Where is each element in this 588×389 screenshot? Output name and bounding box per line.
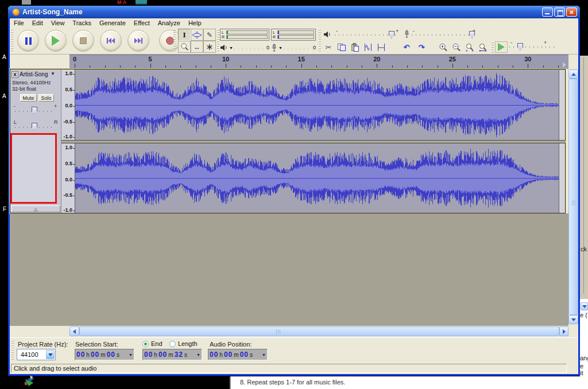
title-bar[interactable]: Artist-Song_Name ✕ bbox=[8, 6, 580, 18]
solo-button[interactable]: Solo bbox=[38, 94, 54, 102]
track-control-panel[interactable]: X Artist-Song ▼ Stereo, 44100Hz 32-bit f… bbox=[10, 69, 61, 213]
waveform-channel-left[interactable] bbox=[75, 70, 559, 140]
vertical-scrollbar[interactable] bbox=[568, 69, 578, 324]
ruler-end-indicator bbox=[563, 62, 566, 68]
dropdown-arrow-icon[interactable]: ▼ bbox=[278, 46, 283, 50]
skip-start-icon bbox=[106, 37, 115, 44]
audio-position-field[interactable]: 00h00m00s ▼ bbox=[208, 349, 268, 360]
pan-slider-thumb[interactable] bbox=[32, 123, 37, 130]
combo-arrow-icon[interactable] bbox=[46, 350, 55, 359]
copy-button[interactable] bbox=[335, 41, 348, 53]
selection-start-field[interactable]: 00h00m00s ▼ bbox=[75, 349, 134, 360]
menu-view[interactable]: View bbox=[47, 19, 69, 27]
mute-button[interactable]: Mute bbox=[20, 94, 37, 102]
output-volume-plus-label: + bbox=[396, 29, 399, 34]
output-volume-slider-thumb[interactable] bbox=[389, 31, 394, 38]
input-volume-slider-thumb[interactable] bbox=[469, 31, 475, 38]
scale-label: 0.5 bbox=[61, 161, 72, 166]
play-button[interactable] bbox=[45, 30, 67, 52]
selection-end-field[interactable]: 00h00m32s ▼ bbox=[142, 349, 202, 360]
dropdown-arrow-icon[interactable]: ▼ bbox=[129, 353, 133, 357]
horizontal-scrollbar-thumb[interactable] bbox=[79, 326, 559, 336]
silence-audio-button[interactable] bbox=[375, 41, 388, 53]
after-clip-area[interactable] bbox=[559, 143, 565, 213]
scroll-up-button[interactable] bbox=[568, 69, 578, 79]
copy-icon bbox=[337, 43, 346, 52]
length-radio-row[interactable]: Length bbox=[169, 340, 198, 347]
menu-effect[interactable]: Effect bbox=[130, 19, 154, 27]
track-collapse-button[interactable]: △ bbox=[11, 205, 60, 212]
after-clip-area[interactable] bbox=[559, 70, 565, 140]
audio-position-label: Audio Position: bbox=[210, 341, 252, 348]
menu-tracks[interactable]: Tracks bbox=[68, 19, 95, 27]
track-menu-arrow-icon[interactable]: ▼ bbox=[51, 71, 55, 76]
toolbar-grip[interactable] bbox=[492, 42, 494, 53]
left-fragment-letter: A bbox=[2, 93, 6, 99]
draw-tool-button[interactable]: ✎ bbox=[203, 29, 216, 41]
scroll-down-button[interactable] bbox=[568, 315, 578, 324]
toolbar-grip[interactable] bbox=[319, 29, 321, 52]
gain-slider-thumb[interactable] bbox=[32, 107, 37, 114]
zoom-out-button[interactable] bbox=[450, 41, 463, 53]
toolbar-grip[interactable] bbox=[217, 29, 219, 52]
redo-button[interactable]: ↷ bbox=[415, 41, 428, 53]
scroll-right-button[interactable] bbox=[559, 326, 568, 336]
dropdown-arrow-icon[interactable]: ▼ bbox=[262, 353, 266, 357]
dropdown-arrow-icon[interactable]: ▼ bbox=[196, 353, 200, 357]
pause-button[interactable] bbox=[17, 30, 39, 52]
playback-speed-slider[interactable] bbox=[509, 46, 555, 48]
end-radio[interactable] bbox=[142, 341, 149, 347]
menu-help[interactable]: Help bbox=[184, 19, 206, 27]
input-volume-slider[interactable] bbox=[412, 34, 476, 36]
fit-project-button[interactable] bbox=[477, 41, 489, 53]
fit-selection-button[interactable] bbox=[463, 41, 476, 53]
recording-meter[interactable]: L R bbox=[271, 29, 316, 41]
minimize-button[interactable] bbox=[542, 7, 553, 17]
play-at-speed-button[interactable] bbox=[495, 41, 508, 53]
playback-meter[interactable]: L R bbox=[220, 29, 269, 41]
skip-to-end-button[interactable] bbox=[127, 30, 149, 52]
close-button[interactable]: ✕ bbox=[566, 7, 577, 17]
project-rate-select[interactable]: 44100 bbox=[17, 349, 56, 360]
toolbar-grip[interactable] bbox=[173, 29, 176, 52]
skip-to-start-button[interactable] bbox=[100, 30, 122, 52]
waveform-channel-right[interactable] bbox=[75, 143, 559, 213]
ruler-tick bbox=[286, 65, 287, 68]
timeline-ruler[interactable]: 051015202530 bbox=[69, 55, 568, 69]
zoom-tool-button[interactable] bbox=[178, 41, 191, 53]
scroll-left-button[interactable] bbox=[69, 326, 79, 336]
toolbar-grip[interactable] bbox=[11, 29, 13, 52]
cut-button[interactable]: ✂ bbox=[322, 41, 335, 53]
maximize-button[interactable] bbox=[554, 7, 565, 17]
redo-icon: ↷ bbox=[419, 44, 425, 51]
menu-analyze[interactable]: Analyze bbox=[154, 19, 184, 27]
menu-edit[interactable]: Edit bbox=[28, 19, 47, 27]
track-name[interactable]: Artist-Song bbox=[20, 71, 48, 77]
menu-generate[interactable]: Generate bbox=[95, 19, 130, 27]
multi-tool-button[interactable]: ∗ bbox=[203, 41, 216, 53]
menu-file[interactable]: File bbox=[10, 19, 28, 27]
status-text: Click and drag to select audio bbox=[14, 365, 96, 372]
ruler-tick bbox=[528, 64, 528, 68]
track-area-background[interactable] bbox=[10, 213, 568, 326]
zoom-in-button[interactable] bbox=[437, 41, 450, 53]
audacity-window: Artist-Song_Name ✕ File Edit View Tracks… bbox=[8, 6, 580, 376]
playback-speed-slider-thumb[interactable] bbox=[517, 43, 523, 50]
paste-icon bbox=[350, 43, 359, 52]
end-radio-row[interactable]: End bbox=[142, 340, 163, 347]
paste-button[interactable] bbox=[349, 41, 361, 53]
length-radio[interactable] bbox=[169, 341, 176, 347]
stop-button[interactable] bbox=[72, 30, 94, 52]
toolbar-grip[interactable] bbox=[11, 340, 14, 361]
selection-tool-button[interactable]: I bbox=[178, 29, 191, 41]
vertical-scrollbar-thumb[interactable] bbox=[568, 79, 578, 315]
horizontal-scrollbar[interactable] bbox=[69, 326, 568, 337]
envelope-tool-button[interactable] bbox=[191, 29, 203, 41]
fit-project-icon bbox=[478, 43, 488, 52]
dropdown-arrow-icon[interactable]: ▼ bbox=[229, 46, 233, 50]
track-close-button[interactable]: X bbox=[11, 71, 18, 78]
pause-icon bbox=[25, 37, 32, 45]
trim-audio-button[interactable] bbox=[362, 41, 374, 53]
timeshift-tool-button[interactable]: ↔ bbox=[191, 41, 203, 53]
undo-button[interactable]: ↶ bbox=[400, 41, 413, 53]
